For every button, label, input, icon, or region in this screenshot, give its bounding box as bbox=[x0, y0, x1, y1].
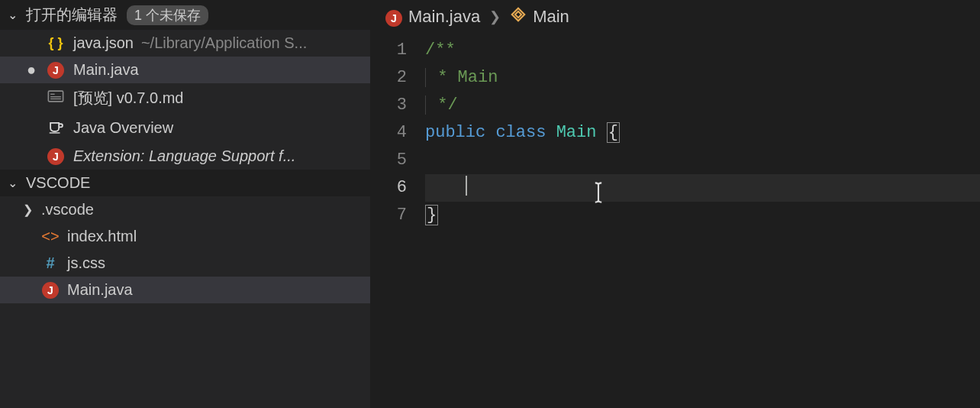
file-icon bbox=[46, 118, 66, 138]
open-editor-item[interactable]: { }java.json~/Library/Application S... bbox=[0, 30, 370, 57]
code-line: } bbox=[425, 202, 980, 229]
text-cursor-icon bbox=[591, 182, 606, 208]
line-number: 4 bbox=[370, 119, 407, 147]
code-line bbox=[425, 147, 980, 174]
file-name: Main.java bbox=[67, 281, 133, 299]
code-line: */ bbox=[425, 92, 980, 119]
line-number: 7 bbox=[370, 202, 407, 229]
svg-rect-2 bbox=[50, 96, 61, 97]
file-icon: { } bbox=[46, 35, 66, 51]
file-icon: J bbox=[41, 282, 60, 299]
java-file-icon: J bbox=[385, 7, 402, 27]
workspace-header[interactable]: ⌄ VSCODE bbox=[0, 170, 370, 196]
file-path: ~/Library/Application S... bbox=[141, 34, 307, 52]
open-editors-title: 打开的编辑器 bbox=[26, 5, 118, 25]
file-icon: J bbox=[46, 148, 66, 165]
code-line bbox=[425, 174, 980, 202]
line-number: 3 bbox=[370, 92, 407, 119]
unsaved-dot-icon: ● bbox=[27, 61, 36, 79]
open-editor-item[interactable]: JExtension: Language Support f... bbox=[0, 143, 370, 170]
svg-rect-3 bbox=[50, 99, 61, 99]
code-line: /** bbox=[425, 37, 980, 64]
file-name: Main.java bbox=[73, 61, 139, 79]
file-name: index.html bbox=[67, 228, 137, 245]
file-name: java.json bbox=[73, 34, 134, 52]
breadcrumb-file: Main.java bbox=[408, 7, 480, 27]
file-name: Java Overview bbox=[73, 119, 173, 137]
code-line: * Main bbox=[425, 64, 980, 92]
file-name: js.css bbox=[67, 254, 105, 272]
workspace-files: ❯.vscode<>index.html#js.cssJMain.java bbox=[0, 196, 370, 303]
file-icon: <> bbox=[41, 228, 60, 245]
svg-rect-1 bbox=[50, 94, 55, 95]
line-number: 2 bbox=[370, 64, 407, 92]
file-name: [预览] v0.7.0.md bbox=[73, 88, 184, 108]
line-number: 5 bbox=[370, 147, 407, 174]
file-icon bbox=[46, 88, 66, 108]
code-content[interactable]: /** * Main */public class Main { } bbox=[425, 37, 980, 408]
text-caret bbox=[466, 176, 467, 196]
breadcrumb-separator-icon: ❯ bbox=[489, 8, 501, 25]
open-editor-item[interactable]: ●JMain.java bbox=[0, 57, 370, 83]
code-line: public class Main { bbox=[425, 119, 980, 147]
workspace-file-item[interactable]: ❯.vscode bbox=[0, 196, 370, 223]
breadcrumb[interactable]: J Main.java ❯ Main bbox=[370, 0, 980, 34]
open-editor-item[interactable]: Java Overview bbox=[0, 113, 370, 143]
workspace-file-item[interactable]: <>index.html bbox=[0, 223, 370, 250]
twisty-icon: ❯ bbox=[23, 202, 41, 217]
class-icon bbox=[510, 6, 527, 28]
line-number: 1 bbox=[370, 37, 407, 64]
file-icon: J bbox=[46, 62, 66, 79]
svg-rect-4 bbox=[50, 132, 60, 133]
workspace-file-item[interactable]: JMain.java bbox=[0, 277, 370, 303]
chevron-down-icon: ⌄ bbox=[8, 8, 21, 22]
workspace-file-item[interactable]: #js.css bbox=[0, 250, 370, 277]
explorer-sidebar: ⌄ 打开的编辑器 1 个未保存 { }java.json~/Library/Ap… bbox=[0, 0, 370, 408]
workspace-title: VSCODE bbox=[26, 174, 90, 192]
file-icon: # bbox=[41, 254, 60, 272]
file-name: Extension: Language Support f... bbox=[73, 147, 295, 165]
code-area[interactable]: 1234567 /** * Main */public class Main {… bbox=[370, 34, 980, 408]
editor-pane: J Main.java ❯ Main 1234567 /** * Main */… bbox=[370, 0, 980, 408]
file-name: .vscode bbox=[41, 201, 94, 219]
line-number: 6 bbox=[370, 174, 407, 202]
open-editors-header[interactable]: ⌄ 打开的编辑器 1 个未保存 bbox=[0, 0, 370, 30]
open-editor-item[interactable]: [预览] v0.7.0.md bbox=[0, 83, 370, 113]
line-gutter: 1234567 bbox=[370, 37, 425, 408]
open-editors-list: { }java.json~/Library/Application S...●J… bbox=[0, 30, 370, 170]
unsaved-badge: 1 个未保存 bbox=[127, 5, 208, 25]
chevron-down-icon: ⌄ bbox=[8, 176, 21, 190]
breadcrumb-symbol: Main bbox=[533, 7, 569, 27]
